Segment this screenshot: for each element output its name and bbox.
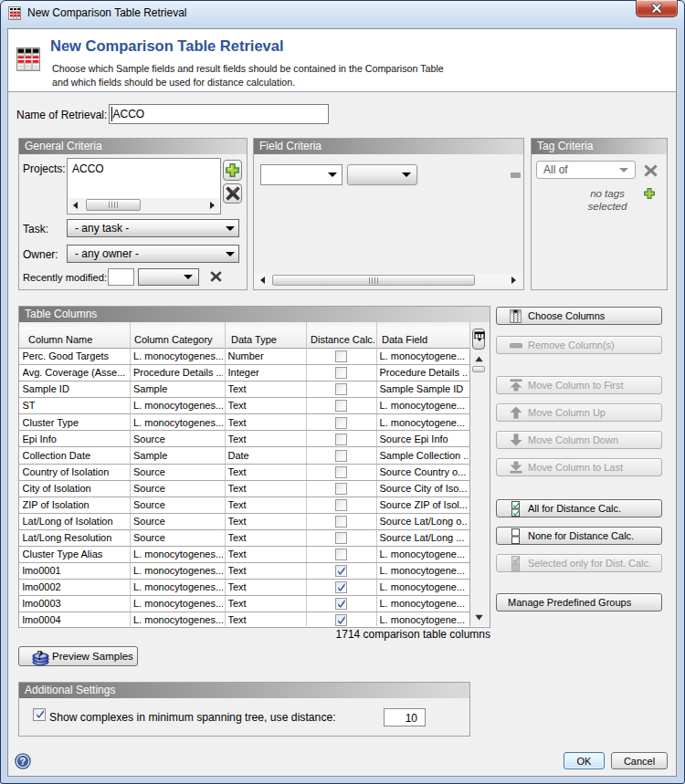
svg-text:?: ? [37, 648, 44, 663]
svg-text:?: ? [20, 756, 26, 767]
